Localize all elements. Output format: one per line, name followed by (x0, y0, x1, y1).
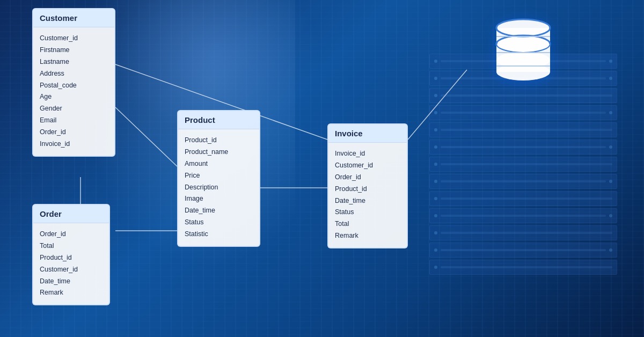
order-field-2: Total (40, 240, 103, 252)
order-fields: Order_id Total Product_id Customer_id Da… (33, 223, 109, 304)
order-field-4: Customer_id (40, 264, 103, 276)
product-header: Product (178, 111, 259, 129)
order-field-1: Order_id (40, 229, 103, 240)
customer-header: Customer (33, 9, 114, 27)
order-header: Order (33, 205, 109, 223)
product-field-9: Statistic (185, 229, 253, 240)
invoice-field-2: Customer_id (335, 160, 400, 172)
customer-entity: Customer Customer_id Firstname Lastname … (32, 8, 115, 157)
invoice-entity: Invoice Invoice_id Customer_id Order_id … (327, 123, 408, 248)
order-entity: Order Order_id Total Product_id Customer… (32, 204, 110, 305)
invoice-field-6: Status (335, 207, 400, 218)
customer-field-1: Customer_id (40, 33, 108, 45)
database-icon (488, 16, 558, 83)
customer-field-9: Order_id (40, 127, 108, 138)
server-rack-decoration (429, 54, 617, 295)
product-field-3: Amount (185, 158, 253, 170)
customer-fields: Customer_id Firstname Lastname Address P… (33, 27, 114, 156)
product-field-8: Status (185, 217, 253, 229)
customer-field-10: Invoice_id (40, 138, 108, 150)
customer-field-3: Lastname (40, 56, 108, 68)
customer-field-4: Address (40, 68, 108, 80)
customer-field-6: Age (40, 91, 108, 103)
product-fields: Product_id Product_name Amount Price Des… (178, 129, 259, 246)
invoice-field-5: Date_time (335, 195, 400, 207)
customer-field-5: Postal_code (40, 80, 108, 92)
customer-field-8: Email (40, 115, 108, 127)
product-field-7: Date_time (185, 205, 253, 217)
order-field-6: Remark (40, 287, 103, 299)
product-field-4: Price (185, 170, 253, 182)
invoice-header: Invoice (328, 124, 407, 143)
product-field-6: Image (185, 193, 253, 205)
product-entity: Product Product_id Product_name Amount P… (177, 110, 260, 247)
invoice-field-7: Total (335, 218, 400, 230)
product-field-5: Description (185, 182, 253, 194)
product-field-2: Product_name (185, 146, 253, 158)
product-field-1: Product_id (185, 135, 253, 146)
order-field-5: Date_time (40, 276, 103, 288)
invoice-field-8: Remark (335, 230, 400, 242)
invoice-field-1: Invoice_id (335, 148, 400, 160)
invoice-field-3: Order_id (335, 172, 400, 184)
order-field-3: Product_id (40, 252, 103, 264)
customer-field-2: Firstname (40, 45, 108, 56)
invoice-fields: Invoice_id Customer_id Order_id Product_… (328, 143, 407, 247)
customer-field-7: Gender (40, 103, 108, 115)
invoice-field-4: Product_id (335, 184, 400, 195)
